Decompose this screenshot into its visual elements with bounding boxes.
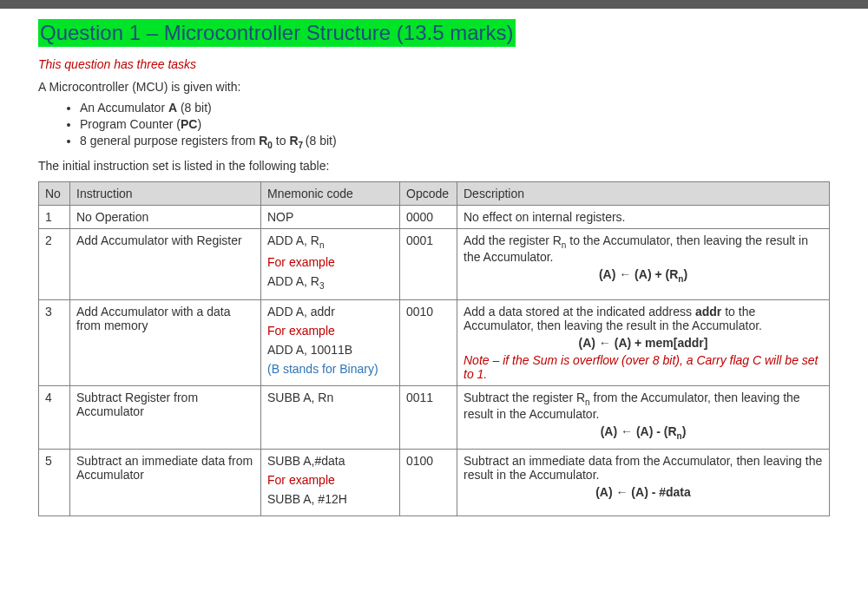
header-no: No [39,181,70,205]
text: (8 bit) [177,101,212,115]
cell-no: 4 [39,386,70,450]
cell-description: Add the register Rn to the Accumulator, … [457,228,830,300]
cell-no: 1 [39,205,70,228]
cell-instruction: Subtract an immediate data from Accumula… [70,449,261,515]
table-row: 3 Add Accumulator with a data from memor… [39,300,830,386]
table-row: 5 Subtract an immediate data from Accumu… [39,449,830,515]
cell-instruction: Add Accumulator with Register [70,228,261,300]
bold-addr: addr [695,305,721,318]
text: ) [197,117,201,131]
desc-text: Add the register R [464,233,562,247]
desc-text: Add a data stored at the indicated addre… [464,305,695,318]
formula: (A) ← (A) + (Rn) [464,267,823,284]
example-label: For example [267,255,393,269]
header-instruction: Instruction [70,181,261,205]
window-topbar [0,0,868,9]
cell-description: Subtract an immediate data from the Accu… [457,449,830,515]
spec-list: An Accumulator A (8 bit) Program Counter… [80,101,830,150]
question-title: Question 1 – Microcontroller Structure (… [38,19,516,47]
cell-instruction: Add Accumulator with a data from memory [70,300,261,386]
header-description: Description [457,181,830,205]
cell-no: 2 [39,228,70,300]
text: Program Counter ( [80,117,181,131]
list-item: 8 general purpose registers from R0 to R… [80,134,830,150]
bold: R7 [289,134,305,148]
list-item: An Accumulator A (8 bit) [80,101,830,115]
bold: A [168,101,177,115]
text: (8 bit) [306,134,337,148]
table-row: 4 Subtract Register from Accumulator SUB… [39,386,830,450]
table-row: 2 Add Accumulator with Register ADD A, R… [39,228,830,300]
desc-text: Subtract the register R [464,391,585,404]
question-subtitle: This question has three tasks [38,57,830,71]
cell-instruction: No Operation [70,205,261,228]
cell-no: 3 [39,300,70,386]
mnemonic-main: SUBB A,#data [267,454,393,468]
cell-opcode: 0001 [400,228,457,300]
cell-mnemonic: SUBB A,#data For example SUBB A, #12H [261,449,400,515]
cell-opcode: 0100 [400,449,457,515]
cell-mnemonic: ADD A, Rn For example ADD A, R3 [261,228,400,300]
cell-description: Add a data stored at the indicated addre… [457,300,830,386]
table-row: 1 No Operation NOP 0000 No effect on int… [39,205,830,228]
table-intro: The initial instruction set is listed in… [38,159,830,173]
table-header-row: No Instruction Mnemonic code Opcode Desc… [39,181,830,205]
mnemonic-example: ADD A, R [267,274,319,288]
example-label: For example [267,324,393,338]
intro-text: A Microcontroller (MCU) is given with: [38,80,830,94]
document-page: Question 1 – Microcontroller Structure (… [0,9,868,591]
mnemonic-main: ADD A, addr [267,305,393,318]
formula: (A) ← (A) - #data [464,485,823,499]
cell-no: 5 [39,449,70,515]
cell-opcode: 0000 [400,205,457,228]
cell-instruction: Subtract Register from Accumulator [70,386,261,450]
desc-text: Subtract an immediate data from the Accu… [464,454,823,482]
mnemonic-example: ADD A, 10011B [267,343,393,357]
cell-mnemonic: NOP [261,205,400,228]
list-item: Program Counter (PC) [80,117,830,131]
example-label: For example [267,473,393,487]
cell-opcode: 0011 [400,386,457,450]
text: 8 general purpose registers from [80,134,259,148]
instruction-table: No Instruction Mnemonic code Opcode Desc… [38,181,830,516]
cell-mnemonic: ADD A, addr For example ADD A, 10011B (B… [261,300,400,386]
text: An Accumulator [80,101,168,115]
subscript: n [319,240,325,250]
bold: R0 [259,134,273,148]
cell-description: Subtract the register Rn from the Accumu… [457,386,830,450]
formula: (A) ← (A) - (Rn) [464,424,823,441]
formula: (A) ← (A) + mem[addr] [464,336,823,350]
mnemonic-example: SUBB A, #12H [267,492,393,506]
bold: PC [181,117,197,131]
text: to [273,134,289,148]
header-opcode: Opcode [400,181,457,205]
binary-note: (B stands for Binary) [267,362,393,376]
mnemonic-main: ADD A, R [267,233,319,247]
cell-description: No effect on internal registers. [457,205,830,228]
cell-opcode: 0010 [400,300,457,386]
cell-mnemonic: SUBB A, Rn [261,386,400,450]
overflow-note: Note – if the Sum is overflow (over 8 bi… [464,353,823,381]
header-mnemonic: Mnemonic code [261,181,400,205]
subscript: 3 [319,280,325,290]
